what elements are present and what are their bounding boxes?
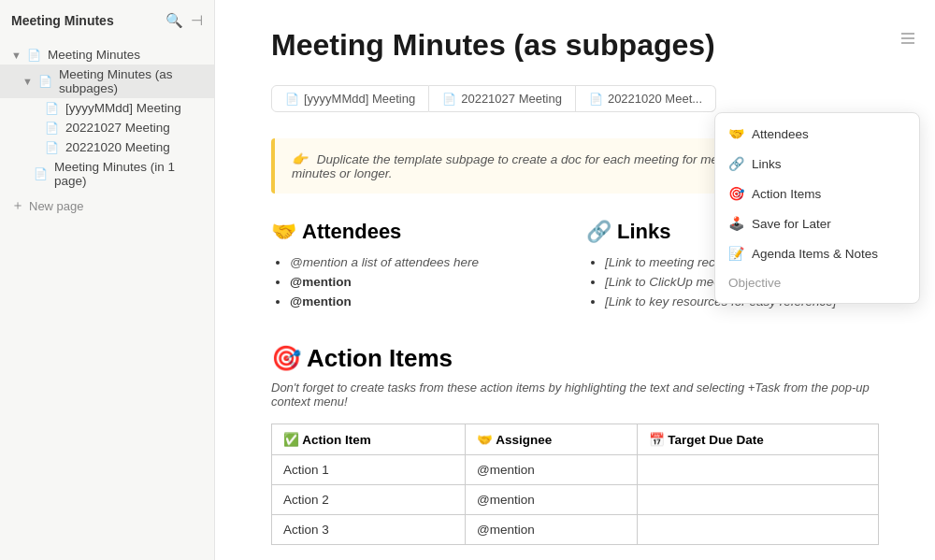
sidebar-item-yyyy-label: [yyyyMMdd] Meeting xyxy=(65,101,181,115)
dropdown-item-agenda[interactable]: 📝 Agenda Items & Notes xyxy=(715,238,919,268)
dropdown-label-links: Links xyxy=(752,157,782,171)
sidebar-item-subpages[interactable]: ▼ 📄 Meeting Minutes (as subpages) xyxy=(0,65,214,98)
dropdown-label-objective: Objective xyxy=(728,276,781,290)
sidebar: Meeting Minutes 🔍 ⊣ ▼ 📄 Meeting Minutes … xyxy=(0,0,215,560)
dropdown-label-agenda: Agenda Items & Notes xyxy=(752,247,878,261)
assignee-cell-2: @mention xyxy=(466,515,638,545)
sidebar-item-subpages-label: Meeting Minutes (as subpages) xyxy=(59,67,203,95)
dropdown-item-save[interactable]: 🕹️ Save for Later xyxy=(715,208,919,238)
header-emoji-1: 🤝 xyxy=(477,433,493,447)
due-cell-0 xyxy=(637,455,879,485)
attendees-item-0-text: @mention a list of attendees here xyxy=(290,255,479,269)
sidebar-item-20221020-label: 20221020 Meeting xyxy=(65,140,170,154)
assignee-cell-0: @mention xyxy=(466,455,638,485)
page-icon-sub: 📄 xyxy=(38,75,52,88)
dropdown-item-action-items[interactable]: 🎯 Action Items xyxy=(715,179,919,208)
links-heading-text: Links xyxy=(617,220,670,244)
table-header-action: ✅ Action Item xyxy=(272,424,466,455)
breadcrumb-tab-1-label: 20221027 Meeting xyxy=(461,92,562,106)
action-items-table: ✅ Action Item 🤝 Assignee 📅 Target Due Da… xyxy=(271,424,879,545)
tab-doc-icon-1: 📄 xyxy=(442,93,456,106)
header-label-0: Action Item xyxy=(302,433,371,447)
attendees-item-1-text: @mention xyxy=(290,275,352,289)
table-body: Action 1 @mention Action 2 @mention Acti… xyxy=(272,455,879,545)
page-title: Meeting Minutes (as subpages) xyxy=(271,28,879,63)
callout-emoji: 👉 xyxy=(292,152,308,166)
page-icon-20221027: 📄 xyxy=(45,122,59,135)
dropdown-item-attendees[interactable]: 🤝 Attendees xyxy=(715,119,919,149)
sidebar-item-yyyy[interactable]: 📄 [yyyyMMdd] Meeting xyxy=(0,98,214,118)
dropdown-menu: 🤝 Attendees 🔗 Links 🎯 Action Items 🕹️ Sa… xyxy=(714,112,920,304)
dropdown-item-links[interactable]: 🔗 Links xyxy=(715,149,919,179)
sidebar-header: Meeting Minutes 🔍 ⊣ xyxy=(0,0,214,41)
action-cell-1: Action 2 xyxy=(272,485,466,515)
attendees-section: 🤝 Attendees @mention a list of attendees… xyxy=(271,220,564,314)
table-row: Action 1 @mention xyxy=(272,455,879,485)
attendees-item-2-text: @mention xyxy=(290,294,352,309)
action-items-description: Don't forget to create tasks from these … xyxy=(271,381,879,409)
attendees-emoji: 🤝 xyxy=(271,220,296,244)
dropdown-emoji-save: 🕹️ xyxy=(728,216,744,231)
sidebar-icon-group: 🔍 ⊣ xyxy=(165,12,203,29)
dropdown-emoji-links: 🔗 xyxy=(728,156,744,171)
sidebar-item-1page[interactable]: 📄 Meeting Minutes (in 1 page) xyxy=(0,157,214,191)
attendees-item-1: @mention xyxy=(290,275,564,289)
sidebar-item-root[interactable]: ▼ 📄 Meeting Minutes xyxy=(0,45,214,65)
sidebar-item-20221027-label: 20221027 Meeting xyxy=(65,121,170,135)
table-header-row: ✅ Action Item 🤝 Assignee 📅 Target Due Da… xyxy=(272,424,879,455)
attendees-heading-text: Attendees xyxy=(302,220,401,244)
header-label-2: Target Due Date xyxy=(668,433,764,447)
action-items-section: 🎯 Action Items Don't forget to create ta… xyxy=(271,344,879,545)
breadcrumb-tab-2-label: 20221020 Meet... xyxy=(608,92,702,106)
due-cell-1 xyxy=(637,485,879,515)
attendees-item-2: @mention xyxy=(290,294,564,309)
breadcrumb-tab-0[interactable]: 📄 [yyyyMMdd] Meeting xyxy=(271,85,429,112)
action-cell-2: Action 3 xyxy=(272,515,466,545)
attendees-heading: 🤝 Attendees xyxy=(271,220,564,244)
action-items-emoji: 🎯 xyxy=(271,344,301,373)
table-row: Action 3 @mention xyxy=(272,515,879,545)
page-icon-20221020: 📄 xyxy=(45,141,59,154)
list-view-button[interactable] xyxy=(896,26,920,54)
header-label-1: Assignee xyxy=(496,433,552,447)
breadcrumb-tab-2[interactable]: 📄 20221020 Meet... xyxy=(576,85,716,112)
expand-icon: ▼ xyxy=(11,50,22,61)
breadcrumb-tab-1[interactable]: 📄 20221027 Meeting xyxy=(429,85,576,112)
search-icon[interactable]: 🔍 xyxy=(165,12,183,29)
sidebar-content: ▼ 📄 Meeting Minutes ▼ 📄 Meeting Minutes … xyxy=(0,41,214,560)
table-header-assignee: 🤝 Assignee xyxy=(466,424,638,455)
attendees-item-0: @mention a list of attendees here xyxy=(290,255,564,269)
new-page-label: New page xyxy=(29,199,84,213)
table-header-due: 📅 Target Due Date xyxy=(637,424,879,455)
action-items-heading: 🎯 Action Items xyxy=(271,344,879,373)
sidebar-item-20221027[interactable]: 📄 20221027 Meeting xyxy=(0,118,214,137)
new-page-button[interactable]: ＋ New page xyxy=(0,193,214,219)
attendees-list: @mention a list of attendees here @menti… xyxy=(271,255,564,309)
page-icon-yyyy: 📄 xyxy=(45,102,59,115)
main-content-area: Meeting Minutes (as subpages) 📄 [yyyyMMd… xyxy=(215,0,935,560)
collapse-icon[interactable]: ⊣ xyxy=(191,12,203,29)
dropdown-emoji-attendees: 🤝 xyxy=(728,126,744,141)
dropdown-label-attendees: Attendees xyxy=(752,127,809,141)
action-items-heading-text: Action Items xyxy=(307,344,453,373)
sidebar-item-20221020[interactable]: 📄 20221020 Meeting xyxy=(0,137,214,157)
dropdown-label-action: Action Items xyxy=(752,187,821,201)
dropdown-emoji-agenda: 📝 xyxy=(728,246,744,261)
page-icon-1page: 📄 xyxy=(34,167,48,180)
page-icon: 📄 xyxy=(27,49,41,62)
dropdown-item-objective[interactable]: Objective xyxy=(715,268,919,297)
table-header: ✅ Action Item 🤝 Assignee 📅 Target Due Da… xyxy=(272,424,879,455)
tab-doc-icon-2: 📄 xyxy=(589,93,603,106)
assignee-cell-1: @mention xyxy=(466,485,638,515)
sidebar-item-label: Meeting Minutes xyxy=(48,48,140,62)
dropdown-label-save: Save for Later xyxy=(752,217,831,231)
header-emoji-2: 📅 xyxy=(649,433,665,447)
links-emoji: 🔗 xyxy=(586,220,611,244)
sidebar-title: Meeting Minutes xyxy=(11,13,114,28)
table-row: Action 2 @mention xyxy=(272,485,879,515)
breadcrumb-tabs: 📄 [yyyyMMdd] Meeting 📄 20221027 Meeting … xyxy=(271,85,879,112)
expand-icon-sub: ▼ xyxy=(22,76,33,87)
tab-doc-icon-0: 📄 xyxy=(285,93,299,106)
breadcrumb-tab-0-label: [yyyyMMdd] Meeting xyxy=(304,92,415,106)
header-emoji-0: ✅ xyxy=(283,433,299,447)
